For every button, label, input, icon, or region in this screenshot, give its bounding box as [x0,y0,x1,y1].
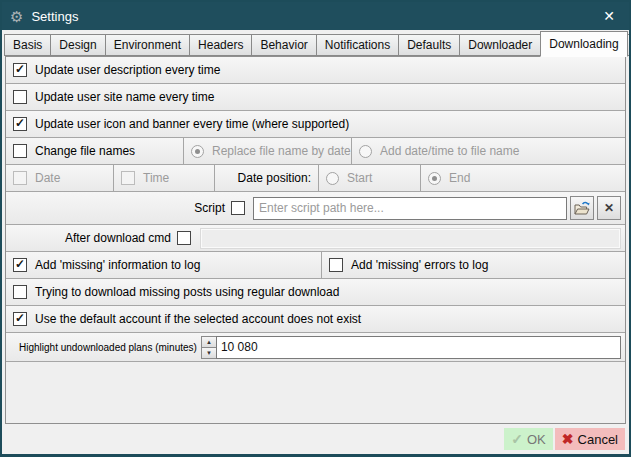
row-missing-log: ✓ Add 'missing' information to log ✓ Add… [6,252,625,279]
missing-posts-label: Trying to download missing posts using r… [35,285,339,299]
change-file-names-checkbox[interactable]: ✓ [13,144,27,158]
end-radio [428,172,441,185]
missing-posts-checkbox[interactable]: ✓ [13,285,27,299]
script-label: Script [13,201,225,215]
spin-down-icon[interactable]: ▼ [202,348,216,358]
update-description-label: Update user description every time [35,63,220,77]
time-cell: ✓ Time [113,165,214,191]
tab-downloading[interactable]: Downloading [540,31,627,57]
default-account-checkbox[interactable]: ✓ [13,312,27,326]
update-icon-banner-checkbox[interactable]: ✓ [13,117,27,131]
change-file-names-label: Change file names [35,144,135,158]
ok-button[interactable]: ✓ OK [504,428,553,450]
tab-notifications[interactable]: Notifications [316,34,399,56]
clear-x-icon: ✕ [604,202,614,214]
start-radio [326,172,339,185]
update-description-checkbox[interactable]: ✓ [13,63,27,77]
browse-script-button[interactable] [570,196,594,220]
window-title: Settings [31,9,78,24]
cancel-button-label: Cancel [578,432,618,447]
tab-downloader[interactable]: Downloader [459,34,541,56]
date-position-label-cell: Date position: [214,165,318,191]
end-label: End [449,171,470,185]
row-update-description: ✓ Update user description every time [6,57,625,84]
missing-info-cell: ✓ Add 'missing' information to log [6,252,321,278]
check-icon: ✓ [15,258,25,270]
tab-strip: Basis Design Environment Headers Behavio… [2,30,629,56]
add-datetime-cell: Add date/time to file name [351,138,625,164]
row-update-icon-banner: ✓ Update user icon and banner every time… [6,111,625,138]
date-cell: ✓ Date [6,165,113,191]
date-position-label: Date position: [238,171,311,185]
tab-defaults[interactable]: Defaults [398,34,460,56]
ok-check-icon: ✓ [511,431,523,447]
clear-script-button[interactable]: ✕ [597,196,621,220]
row-highlight-plans: Highlight undownloaded plans (minutes) ▲… [6,333,625,362]
missing-errors-cell: ✓ Add 'missing' errors to log [321,252,625,278]
script-checkbox[interactable]: ✓ [231,201,245,215]
check-icon: ✓ [15,117,25,129]
missing-errors-label: Add 'missing' errors to log [351,258,488,272]
replace-name-by-date-radio [191,145,204,158]
highlight-plans-input[interactable] [216,336,621,359]
highlight-plans-spinner: ▲ ▼ [201,336,621,359]
title-bar[interactable]: ⚙ Settings ✕ [2,2,629,30]
check-icon: ✓ [15,63,25,75]
close-icon[interactable]: ✕ [593,6,625,26]
row-script: Script ✓ ✕ [6,192,625,225]
date-label: Date [35,171,60,185]
row-update-site-name: ✓ Update user site name every time [6,84,625,111]
default-account-label: Use the default account if the selected … [35,312,361,326]
time-checkbox: ✓ [121,171,135,185]
after-download-cmd-input [200,228,621,249]
tab-basis[interactable]: Basis [4,34,51,56]
tab-environment[interactable]: Environment [105,34,190,56]
downloading-tab-page: ✓ Update user description every time ✓ U… [5,56,626,424]
tab-design[interactable]: Design [50,34,105,56]
time-label: Time [143,171,169,185]
gear-icon: ⚙ [10,9,23,24]
replace-name-by-date-cell: Replace file name by date [183,138,351,164]
update-site-name-checkbox[interactable]: ✓ [13,90,27,104]
cancel-x-icon: ✖ [562,431,574,447]
missing-info-checkbox[interactable]: ✓ [13,258,27,272]
end-cell: End [420,165,625,191]
highlight-plans-label: Highlight undownloaded plans (minutes) [19,342,197,353]
tab-headers[interactable]: Headers [189,34,252,56]
row-after-download-cmd: After download cmd ✓ [6,225,625,252]
change-file-names-cell: ✓ Change file names [6,138,183,164]
add-datetime-radio [359,145,372,158]
after-download-cmd-checkbox[interactable]: ✓ [177,231,191,245]
settings-window: ⚙ Settings ✕ Basis Design Environment He… [0,0,631,457]
script-path-input[interactable] [253,197,567,220]
add-datetime-label: Add date/time to file name [380,144,519,158]
replace-name-by-date-label: Replace file name by date [212,144,351,158]
check-icon: ✓ [15,312,25,324]
update-icon-banner-label: Update user icon and banner every time (… [35,117,349,131]
open-folder-icon [574,201,590,216]
row-date-position: ✓ Date ✓ Time Date position: Start End [6,165,625,192]
ok-button-label: OK [527,432,546,447]
date-checkbox: ✓ [13,171,27,185]
start-label: Start [347,171,372,185]
row-change-file-names: ✓ Change file names Replace file name by… [6,138,625,165]
after-download-cmd-label: After download cmd [13,231,171,245]
missing-errors-checkbox[interactable]: ✓ [329,258,343,272]
row-default-account: ✓ Use the default account if the selecte… [6,306,625,333]
update-site-name-label: Update user site name every time [35,90,214,104]
missing-info-label: Add 'missing' information to log [35,258,200,272]
start-cell: Start [318,165,420,191]
tab-behavior[interactable]: Behavior [251,34,316,56]
cancel-button[interactable]: ✖ Cancel [555,428,625,450]
spin-buttons: ▲ ▼ [201,336,216,359]
dialog-button-bar: ✓ OK ✖ Cancel [2,424,629,454]
spin-up-icon[interactable]: ▲ [202,337,216,348]
row-missing-posts: ✓ Trying to download missing posts using… [6,279,625,306]
